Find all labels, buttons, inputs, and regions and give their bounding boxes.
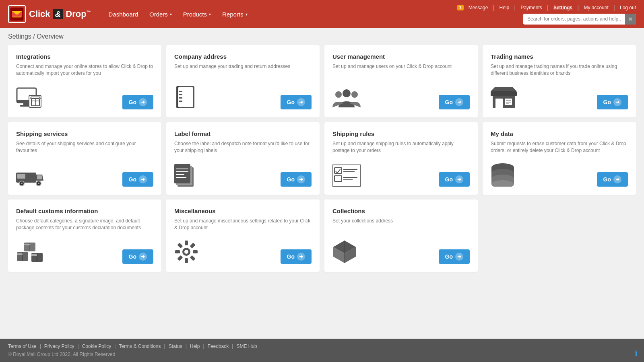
users-icon: [332, 87, 361, 109]
card-trading-names: Trading names Set up and manage trading …: [483, 45, 636, 117]
svg-rect-41: [174, 164, 190, 183]
card-miscellaneous-desc: Set up and manage miscellaneous settings…: [174, 218, 312, 233]
card-shipping-rules-title: Shipping rules: [332, 130, 470, 137]
footer-info-icon: ℹ: [635, 349, 638, 358]
svg-point-21: [335, 91, 342, 98]
go-label-format-button[interactable]: Go ➜: [281, 172, 312, 187]
header-payments-link[interactable]: Payments: [520, 5, 542, 10]
svg-rect-67: [17, 253, 23, 255]
card-my-data-desc: Submit requests to erase customer data f…: [491, 140, 628, 156]
header-links: 1 Message | Help | Payments | Settings |…: [457, 4, 636, 11]
svg-rect-78: [177, 255, 183, 261]
card-integrations-desc: Connect and manage your online stores to…: [16, 63, 153, 81]
card-company-address-desc: Set up and manage your trading and retur…: [174, 63, 312, 79]
svg-rect-24: [495, 99, 503, 108]
footer-sep-5: |: [186, 343, 187, 349]
card-miscellaneous-title: Miscellaneous: [174, 208, 312, 214]
footer-sep-4: |: [164, 343, 165, 349]
card-integrations-title: Integrations: [16, 53, 153, 60]
package-icon: [332, 240, 357, 264]
nav-dashboard[interactable]: Dashboard: [103, 8, 144, 21]
nav-products[interactable]: Products ▾: [178, 8, 217, 21]
svg-rect-80: [177, 243, 183, 248]
go-company-address-button[interactable]: Go ➜: [281, 95, 312, 109]
labels-icon: [174, 162, 196, 187]
svg-rect-74: [185, 258, 188, 263]
footer-feedback[interactable]: Feedback: [208, 343, 229, 349]
footer-sep-2: |: [78, 343, 79, 349]
footer-help[interactable]: Help: [190, 343, 200, 349]
footer-cookie-policy[interactable]: Cookie Policy: [82, 343, 111, 349]
footer-copyright: © Royal Mail Group Ltd 2022. All Rights …: [8, 352, 636, 357]
card-shipping-services-title: Shipping services: [16, 130, 153, 137]
search-input[interactable]: [523, 14, 625, 24]
svg-rect-4: [12, 16, 21, 18]
card-miscellaneous: Miscellaneous Set up and manage miscella…: [166, 200, 320, 272]
card-customs-desc: Choose default categories, a signature i…: [16, 218, 153, 235]
go-customs-button[interactable]: Go ➜: [122, 249, 153, 264]
svg-rect-77: [190, 243, 195, 248]
card-integrations: Integrations Connect and manage your onl…: [8, 45, 161, 117]
nav-reports[interactable]: Reports ▾: [217, 8, 253, 21]
integrations-icon: [16, 87, 42, 109]
card-user-management: User management Set up and manage users …: [324, 45, 478, 117]
svg-rect-76: [175, 250, 180, 253]
svg-rect-32: [17, 174, 25, 179]
card-trading-names-title: Trading names: [491, 53, 628, 60]
footer-status[interactable]: Status: [169, 343, 182, 349]
go-user-management-button[interactable]: Go ➜: [439, 95, 470, 109]
empty-slot: [483, 200, 636, 272]
card-company-address-title: Company address: [174, 53, 312, 60]
go-my-data-button[interactable]: Go ➜: [597, 172, 628, 187]
card-shipping-rules-desc: Set up and manage shipping rules to auto…: [332, 140, 470, 158]
footer-sme-hub[interactable]: SME Hub: [236, 343, 257, 349]
go-shipping-rules-button[interactable]: Go ➜: [439, 172, 470, 187]
card-user-management-desc: Set up and manage users on your Click & …: [332, 63, 470, 81]
header-logout-link[interactable]: Log out: [620, 5, 636, 10]
go-trading-names-button[interactable]: Go ➜: [597, 95, 628, 109]
header-myaccount-link[interactable]: My account: [584, 5, 608, 10]
address-icon: [174, 85, 196, 109]
footer: Terms of Use | Privacy Policy | Cookie P…: [0, 339, 644, 362]
card-my-data: My data Submit requests to erase custome…: [483, 122, 636, 195]
svg-rect-18: [179, 97, 182, 99]
logo: Click & Drop™: [8, 5, 91, 23]
svg-rect-64: [24, 244, 30, 245]
boxes-icon: [16, 242, 44, 264]
go-integrations-button[interactable]: Go ➜: [122, 95, 153, 109]
svg-rect-50: [334, 176, 342, 181]
header-right: 1 Message | Help | Payments | Settings |…: [457, 4, 636, 25]
footer-links: Terms of Use | Privacy Policy | Cookie P…: [8, 343, 636, 349]
svg-line-54: [337, 169, 341, 173]
header-help-link[interactable]: Help: [500, 5, 510, 10]
card-shipping-services-desc: See details of your shipping services an…: [16, 140, 153, 160]
message-badge: 1: [457, 5, 464, 10]
main-content: Integrations Connect and manage your onl…: [0, 45, 644, 339]
database-icon: [491, 162, 515, 187]
nav-orders[interactable]: Orders ▾: [144, 8, 178, 21]
go-collections-button[interactable]: Go ➜: [439, 249, 470, 264]
van-icon: [16, 167, 44, 187]
footer-privacy-policy[interactable]: Privacy Policy: [44, 343, 74, 349]
go-miscellaneous-button[interactable]: Go ➜: [281, 249, 312, 264]
main-nav: Dashboard Orders ▾ Products ▾ Reports ▾: [103, 8, 253, 21]
go-shipping-services-button[interactable]: Go ➜: [122, 172, 153, 187]
cards-grid: Integrations Connect and manage your onl…: [8, 45, 636, 272]
footer-terms-of-use[interactable]: Terms of Use: [8, 343, 37, 349]
footer-terms-conditions[interactable]: Terms & Conditions: [119, 343, 161, 349]
card-collections: Collections Set your collections address…: [324, 200, 478, 272]
card-my-data-title: My data: [491, 130, 628, 137]
svg-rect-17: [179, 94, 182, 95]
card-shipping-rules: Shipping rules Set up and manage shippin…: [324, 122, 478, 195]
search-button[interactable]: ✕: [625, 14, 636, 25]
header-settings-link[interactable]: Settings: [553, 5, 572, 10]
breadcrumb: Settings / Overview: [0, 28, 644, 45]
footer-sep-3: |: [114, 343, 116, 349]
svg-point-72: [184, 250, 188, 254]
rules-icon: [332, 165, 361, 187]
card-trading-names-desc: Set up and manage trading names if you t…: [491, 63, 628, 81]
svg-rect-30: [506, 103, 509, 104]
header-message-link[interactable]: Message: [469, 5, 488, 10]
svg-rect-73: [185, 241, 188, 245]
svg-rect-33: [37, 175, 42, 179]
